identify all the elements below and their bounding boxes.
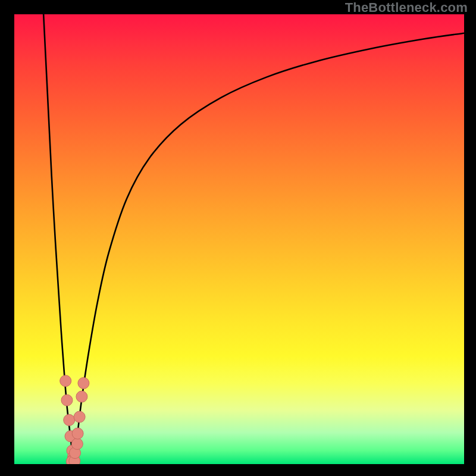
plot-svg — [14, 14, 464, 464]
curve-right — [74, 33, 464, 464]
scatter-dot — [78, 377, 89, 389]
scatter-dot — [76, 391, 87, 402]
scatter-dot — [74, 411, 85, 422]
plot-area — [14, 14, 464, 464]
scatter-dot — [64, 414, 75, 425]
watermark-text: TheBottleneck.com — [345, 0, 468, 15]
scatter-dot — [72, 428, 83, 439]
scatter-dot — [61, 394, 73, 406]
scatter-markers — [60, 375, 89, 464]
chart-frame: TheBottleneck.com — [0, 0, 476, 476]
scatter-dot — [60, 375, 71, 387]
scatter-dot — [71, 438, 83, 449]
